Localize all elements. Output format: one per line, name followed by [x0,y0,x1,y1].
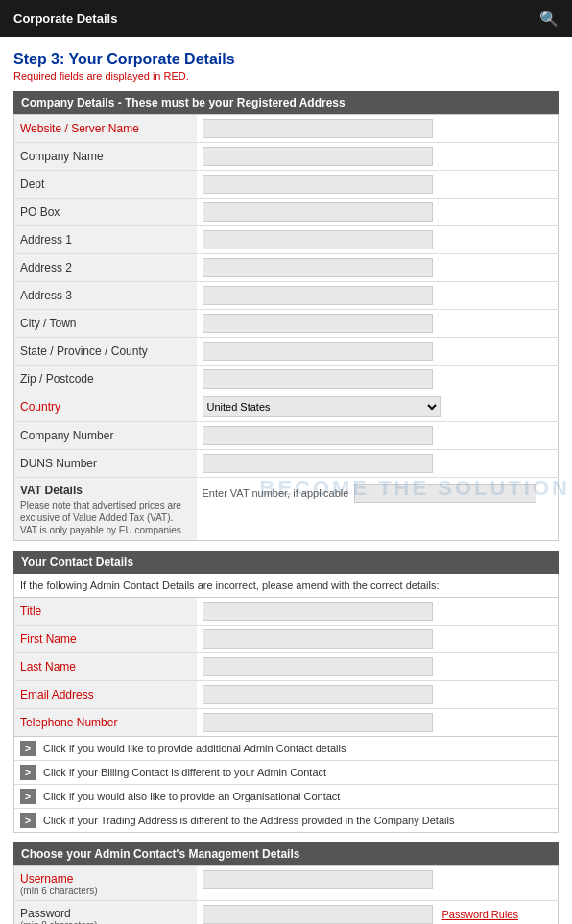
contact-field-row-first_name: First Name [14,626,559,653]
vat-label: VAT Details [20,484,191,497]
expand-row-1[interactable]: >Click if your Billing Contact is differ… [14,761,558,785]
password-rules-link[interactable]: Password Rules [442,909,518,920]
country-label: Country [14,392,197,422]
company-field-row-address2: Address 2 [14,254,559,282]
contact-label-first_name: First Name [14,626,197,653]
search-icon[interactable]: 🔍 [539,10,559,28]
top-bar-title: Corporate Details [13,12,117,26]
company-field-row-zip: Zip / Postcode [14,366,559,393]
country-row: Country United States [14,392,559,422]
mgmt-input-cell-username [197,866,559,893]
management-table: Username(min 6 characters) Password(min … [13,865,559,924]
input-dept[interactable] [203,175,433,194]
contact-intro: If the following Admin Contact Details a… [13,574,559,598]
expand-btn-0: > [20,741,36,756]
management-header: Choose your Admin Contact's Management D… [13,842,559,865]
mgmt-field-row-username: Username(min 6 characters) [14,866,559,901]
expand-btn-1: > [20,765,36,780]
mgmt-label-main-username: Username [20,872,191,886]
contact-input-first_name[interactable] [203,629,433,649]
input-cell-po_box [197,199,559,226]
input-company_name[interactable] [203,147,433,166]
contact-label-email: Email Address [14,681,197,709]
input-zip[interactable] [203,369,433,389]
input-cell-zip [197,366,559,393]
vat-sublabel: Please note that advertised prices are e… [20,499,191,536]
company-details-header: Company Details - These must be your Reg… [13,91,559,114]
company-field-row-state: State / Province / County [14,338,559,366]
input-address1[interactable] [203,230,433,249]
input-address2[interactable] [203,258,433,277]
input-cell-website [197,115,559,143]
company-field-row-website: Website / Server Name [14,115,559,143]
contact-input-cell-telephone [197,709,559,737]
vat-input-cell: BECOME THE SOLUTION Enter VAT number, if… [197,478,559,541]
mgmt-field-row-password: Password(min 8 characters) Password Rule… [14,901,559,925]
mgmt-input-password[interactable] [203,905,433,924]
contact-field-row-last_name: Last Name [14,653,559,681]
company-number-row: Company Number [14,422,559,450]
country-select[interactable]: United States [203,396,441,417]
duns-input-cell [197,450,559,478]
duns-label: DUNS Number [14,450,197,478]
label-zip: Zip / Postcode [14,366,197,393]
input-cell-city_town [197,310,559,338]
company-field-row-dept: Dept [14,171,559,199]
contact-label-last_name: Last Name [14,653,197,681]
mgmt-input-username[interactable] [203,870,433,889]
label-po_box: PO Box [14,199,197,226]
duns-input[interactable] [203,454,433,473]
contact-input-telephone[interactable] [203,713,433,732]
input-address3[interactable] [203,286,433,305]
mgmt-label-sub-password: (min 8 characters) [20,920,191,924]
contact-input-last_name[interactable] [203,657,433,676]
contact-field-row-title: Title [14,598,559,626]
input-cell-address3 [197,282,559,310]
company-number-input[interactable] [203,426,433,445]
input-po_box[interactable] [203,202,433,222]
company-number-label: Company Number [14,422,197,450]
mgmt-label-cell-username: Username(min 6 characters) [14,866,197,901]
company-field-row-address1: Address 1 [14,226,559,254]
contact-input-email[interactable] [203,685,433,704]
expand-row-3[interactable]: >Click if your Trading Address is differ… [14,809,558,832]
mgmt-label-sub-username: (min 6 characters) [20,886,191,896]
label-address1: Address 1 [14,226,197,254]
expand-btn-3: > [20,813,36,828]
contact-label-title: Title [14,598,197,626]
input-city_town[interactable] [203,314,433,333]
input-website[interactable] [203,119,433,138]
contact-details-table: Title First Name Last Name Email Address… [13,598,559,737]
country-input-cell: United States [197,392,559,422]
contact-input-cell-email [197,681,559,709]
expand-row-2[interactable]: >Click if you would also like to provide… [14,785,558,809]
top-bar: Corporate Details 🔍 [0,0,572,37]
company-number-input-cell [197,422,559,450]
input-state[interactable] [203,342,433,361]
expand-row-0[interactable]: >Click if you would like to provide addi… [14,737,558,761]
expand-label-2: Click if you would also like to provide … [43,791,340,802]
duns-row: DUNS Number [14,450,559,478]
company-details-table: Website / Server Name Company Name Dept … [13,114,559,541]
contact-field-row-email: Email Address [14,681,559,709]
mgmt-label-main-password: Password [20,907,191,920]
vat-label-cell: VAT Details Please note that advertised … [14,478,197,541]
label-state: State / Province / County [14,338,197,366]
contact-input-title[interactable] [203,602,433,621]
input-cell-dept [197,171,559,199]
contact-input-cell-last_name [197,653,559,681]
company-field-row-address3: Address 3 [14,282,559,310]
vat-input[interactable] [354,484,536,503]
expand-label-0: Click if you would like to provide addit… [43,743,346,754]
vat-placeholder-text: Enter VAT number, if applicable [203,487,349,499]
company-field-row-po_box: PO Box [14,199,559,226]
contact-details-header: Your Contact Details [13,551,559,574]
contact-label-telephone: Telephone Number [14,709,197,737]
vat-row: VAT Details Please note that advertised … [14,478,559,541]
mgmt-input-cell-password: Password Rules [197,901,559,924]
label-dept: Dept [14,171,197,199]
label-address2: Address 2 [14,254,197,282]
expand-rows-container: >Click if you would like to provide addi… [13,737,559,833]
contact-field-row-telephone: Telephone Number [14,709,559,737]
expand-label-3: Click if your Trading Address is differe… [43,815,454,826]
